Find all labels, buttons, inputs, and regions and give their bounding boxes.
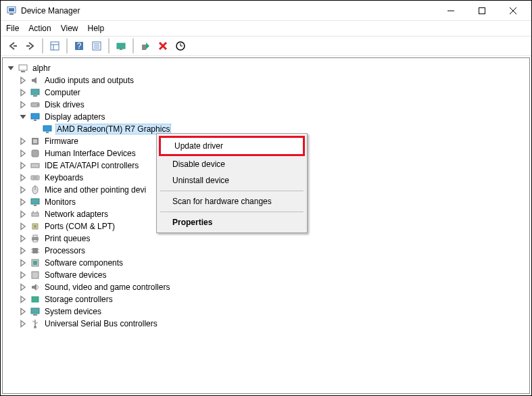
- properties-button[interactable]: [89, 38, 105, 54]
- node-label: Keyboards: [43, 173, 84, 182]
- caret-right-icon[interactable]: [19, 320, 27, 328]
- tree-root[interactable]: alphr: [3, 62, 529, 74]
- node-label: AMD Radeon(TM) R7 Graphics: [55, 124, 171, 134]
- computer-icon: [30, 87, 41, 98]
- svg-rect-29: [34, 120, 37, 121]
- svg-rect-28: [31, 114, 39, 119]
- caret-right-icon[interactable]: [19, 307, 27, 316]
- svg-rect-41: [31, 199, 39, 204]
- svg-rect-61: [33, 314, 37, 316]
- tree-item-display-adapters[interactable]: Display adapters: [3, 111, 529, 123]
- caret-right-icon[interactable]: [19, 198, 27, 206]
- tree-item[interactable]: Software components: [3, 257, 529, 269]
- help-button[interactable]: ?: [71, 38, 87, 54]
- tree-item[interactable]: Storage controllers: [3, 293, 529, 305]
- svg-rect-24: [31, 89, 39, 95]
- svg-rect-51: [32, 248, 38, 253]
- menu-uninstall-device[interactable]: Uninstall device: [159, 172, 305, 189]
- caret-right-icon[interactable]: [19, 101, 27, 109]
- scan-hardware-button[interactable]: [113, 38, 129, 54]
- svg-rect-8: [26, 45, 30, 47]
- caret-right-icon[interactable]: [19, 210, 27, 218]
- caret-right-icon[interactable]: [19, 247, 27, 255]
- svg-rect-30: [43, 126, 51, 131]
- menu-scan-hardware[interactable]: Scan for hardware changes: [159, 193, 305, 209]
- caret-right-icon[interactable]: [19, 222, 27, 230]
- menu-properties[interactable]: Properties: [159, 214, 305, 230]
- tree-item[interactable]: Computer: [3, 86, 529, 99]
- caret-right-icon[interactable]: [19, 162, 27, 170]
- caret-right-icon[interactable]: [19, 76, 27, 84]
- toolbar-separator: [42, 39, 43, 53]
- uninstall-device-button[interactable]: [155, 38, 171, 54]
- titlebar: Device Manager: [1, 1, 531, 21]
- tree-item[interactable]: Processors: [3, 245, 529, 257]
- caret-right-icon[interactable]: [19, 137, 27, 145]
- display-icon: [30, 112, 41, 122]
- svg-rect-50: [33, 240, 37, 242]
- caret-right-icon[interactable]: [19, 149, 27, 157]
- menu-update-driver[interactable]: Update driver: [159, 136, 305, 156]
- show-hide-tree-button[interactable]: [47, 38, 63, 54]
- minimize-button[interactable]: [435, 1, 466, 21]
- caret-down-icon[interactable]: [7, 64, 15, 72]
- processor-icon: [30, 245, 41, 256]
- forward-button[interactable]: [22, 38, 39, 54]
- enable-device-button[interactable]: [137, 38, 153, 54]
- caret-right-icon[interactable]: [19, 283, 27, 291]
- node-label: Print queues: [43, 234, 91, 243]
- svg-rect-49: [33, 235, 37, 237]
- node-label: Processors: [43, 246, 87, 255]
- node-label: Display adapters: [43, 112, 106, 122]
- svg-point-27: [37, 104, 39, 105]
- caret-right-icon[interactable]: [19, 234, 27, 243]
- menu-help[interactable]: Help: [88, 24, 105, 33]
- port-icon: [30, 221, 41, 232]
- menu-view[interactable]: View: [61, 24, 78, 33]
- svg-rect-42: [34, 205, 37, 206]
- node-label: Storage controllers: [43, 295, 114, 304]
- caret-right-icon[interactable]: [19, 89, 27, 97]
- caret-right-icon[interactable]: [19, 186, 27, 194]
- window-title: Device Manager: [21, 6, 435, 16]
- tree-item[interactable]: Software devices: [3, 269, 529, 281]
- caret-right-icon[interactable]: [19, 271, 27, 279]
- tree-item[interactable]: Audio inputs and outputs: [3, 74, 529, 86]
- node-label: Network adapters: [43, 209, 110, 219]
- tree-item[interactable]: Sound, video and game controllers: [3, 281, 529, 293]
- ide-icon: [30, 160, 41, 171]
- menu-action[interactable]: Action: [28, 24, 51, 33]
- disk-icon: [30, 99, 41, 110]
- tree-item[interactable]: Print queues: [3, 232, 529, 245]
- software-icon: [30, 270, 41, 280]
- caret-down-icon[interactable]: [19, 113, 27, 121]
- storage-icon: [30, 294, 41, 305]
- caret-right-icon[interactable]: [19, 295, 27, 303]
- menu-disable-device[interactable]: Disable device: [159, 156, 305, 172]
- back-button[interactable]: [5, 38, 21, 54]
- close-button[interactable]: [498, 1, 529, 21]
- svg-rect-7: [14, 45, 17, 47]
- svg-rect-36: [31, 176, 39, 180]
- tree-item[interactable]: System devices: [3, 305, 529, 318]
- node-label: Software components: [43, 258, 124, 268]
- hid-icon: [30, 148, 41, 159]
- keyboard-icon: [30, 172, 41, 183]
- svg-rect-20: [142, 45, 146, 50]
- update-driver-button[interactable]: [172, 38, 189, 54]
- node-label: Disk drives: [43, 100, 86, 109]
- svg-rect-33: [33, 139, 37, 143]
- tree-item[interactable]: Disk drives: [3, 99, 529, 111]
- menu-file[interactable]: File: [6, 24, 19, 33]
- caret-right-icon[interactable]: [19, 174, 27, 182]
- svg-point-47: [34, 225, 37, 228]
- print-icon: [30, 233, 41, 244]
- node-label: Computer: [43, 88, 82, 97]
- tree-item[interactable]: Universal Serial Bus controllers: [3, 318, 529, 330]
- node-label: Ports (COM & LPT): [43, 222, 116, 231]
- display-icon: [42, 124, 53, 134]
- svg-rect-60: [31, 308, 39, 314]
- maximize-button[interactable]: [466, 1, 498, 21]
- menu-separator: [160, 191, 304, 191]
- caret-right-icon[interactable]: [19, 259, 27, 267]
